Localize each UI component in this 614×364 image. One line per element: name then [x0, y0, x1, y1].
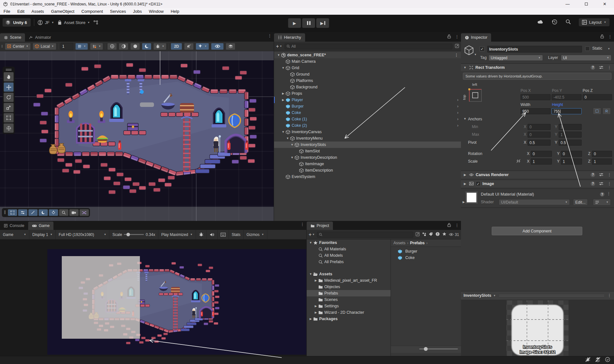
- prefab-chevron[interactable]: ›: [457, 117, 458, 121]
- help-icon[interactable]: ?: [591, 173, 595, 177]
- mute-audio-button[interactable]: [207, 230, 218, 239]
- vsync-button[interactable]: [218, 230, 229, 239]
- rect-tool[interactable]: [4, 113, 14, 123]
- inspector-menu-kebab[interactable]: ⋮: [608, 35, 612, 38]
- material-preview-swatch[interactable]: [465, 191, 478, 204]
- step-button[interactable]: ▶: [316, 18, 329, 28]
- account-dropdown[interactable]: JF▼: [37, 20, 54, 25]
- search-picker-icon[interactable]: [455, 44, 459, 49]
- menu-assets[interactable]: Assets: [28, 8, 47, 15]
- foldout-icon[interactable]: ▶: [314, 304, 318, 308]
- hierarchy-row-platforms[interactable]: Platforms: [274, 77, 461, 84]
- hierarchy-row-main-camera[interactable]: Main Camera: [274, 58, 461, 65]
- project-search-input[interactable]: [317, 232, 413, 238]
- hierarchy-row-coke-1-[interactable]: Coke (1)›: [274, 116, 461, 122]
- hierarchy-row-coke-2-[interactable]: Coke (2)›: [274, 122, 461, 129]
- preview-header[interactable]: InventorySlots▼ ⋮: [461, 291, 614, 300]
- debug-mode-button[interactable]: [196, 230, 207, 239]
- project-row-settings[interactable]: ▶Settings: [307, 303, 391, 309]
- hierarchy-row-props[interactable]: ▶Props: [274, 90, 461, 97]
- layer-dropdown[interactable]: UI▼: [561, 55, 611, 61]
- hierarchy-row-ground[interactable]: Ground: [274, 71, 461, 77]
- foldout-icon[interactable]: ▼: [309, 272, 313, 276]
- project-row-objectes[interactable]: Objectes: [307, 284, 391, 290]
- hierarchy-row-burger[interactable]: Burger›: [274, 103, 461, 109]
- tab-game[interactable]: Game: [28, 222, 53, 230]
- hierarchy-row-demo-scene-free-[interactable]: ▼demo_scene_FREE*⋮: [274, 52, 461, 58]
- grid-visibility-toggle[interactable]: ▼: [90, 43, 103, 50]
- add-component-button[interactable]: Add Component: [492, 227, 582, 235]
- prefab-chevron[interactable]: ›: [457, 98, 458, 102]
- foldout-icon[interactable]: ▶: [281, 98, 285, 101]
- lock-icon[interactable]: [447, 34, 451, 39]
- rotation-y-field[interactable]: 0: [561, 151, 582, 157]
- shading-shaded-toggle[interactable]: [130, 43, 140, 50]
- undo-history-button[interactable]: [552, 19, 558, 26]
- overlay-random[interactable]: [79, 209, 89, 216]
- scene-row-kebab[interactable]: ⋮: [455, 53, 458, 57]
- play-focused-dropdown[interactable]: Play Maximized▼: [158, 230, 196, 239]
- overlay-view-options[interactable]: [18, 209, 28, 216]
- foldout-icon[interactable]: ▶: [314, 311, 318, 314]
- rotation-z-field[interactable]: 0: [592, 151, 612, 157]
- tag-dropdown[interactable]: Untagged▼: [489, 55, 543, 61]
- anchor-max-y-field[interactable]: 1: [559, 132, 582, 138]
- pos-x-field[interactable]: 500: [521, 94, 551, 100]
- shader-edit-button[interactable]: Edit...: [573, 199, 588, 206]
- help-icon[interactable]: ?: [591, 65, 595, 70]
- prefab-chevron[interactable]: ›: [457, 104, 458, 109]
- project-row-packages[interactable]: ▶Packages: [307, 316, 391, 322]
- hierarchy-menu-kebab[interactable]: ⋮: [455, 35, 459, 38]
- effects-toggle[interactable]: ▼: [196, 43, 209, 50]
- hierarchy-row-itemimage[interactable]: ItemImage: [274, 161, 461, 167]
- menu-gameobject[interactable]: GameObject: [47, 8, 78, 15]
- close-button[interactable]: ✕: [595, 0, 614, 8]
- resolution-dropdown[interactable]: Full HD (1920x1080)▼: [56, 230, 109, 239]
- image-component-header[interactable]: ▶ ✓ Image ?⋮: [461, 180, 614, 187]
- create-asset-button[interactable]: +▼: [309, 232, 315, 238]
- foldout-icon[interactable]: ▼: [277, 53, 281, 57]
- overlay-rect-tools[interactable]: [8, 209, 17, 216]
- preview-drag-handle[interactable]: [499, 295, 604, 296]
- scene-lighting-toggle[interactable]: [142, 43, 151, 50]
- material-kebab[interactable]: ⋮: [607, 192, 611, 195]
- hierarchy-row-itemdescription[interactable]: ItemDescription: [274, 167, 461, 174]
- scene-visibility-toggle[interactable]: [211, 43, 224, 50]
- prefab-chevron[interactable]: ›: [457, 123, 458, 128]
- breadcrumb-root[interactable]: Assets: [393, 241, 406, 245]
- rect-transform-header[interactable]: ▼ Rect Transform ? ⋮: [461, 63, 614, 71]
- grid-snap-toggle[interactable]: ▼: [75, 43, 88, 50]
- unity-hub-button[interactable]: Unity 6: [3, 18, 31, 27]
- preview-title-dropdown[interactable]: InventorySlots▼: [464, 293, 496, 298]
- hierarchy-row-eventsystem[interactable]: EventSystem: [274, 174, 461, 180]
- menu-file[interactable]: File: [0, 8, 14, 15]
- overlay-search[interactable]: [59, 209, 69, 216]
- transform-tool[interactable]: [4, 123, 14, 133]
- cloud-button[interactable]: [537, 19, 544, 25]
- gizmos-dropdown[interactable]: Gizmos▼: [244, 230, 267, 239]
- foldout-icon[interactable]: ▶: [309, 317, 313, 320]
- project-row-assets[interactable]: ▼Assets: [307, 271, 391, 277]
- project-row-all-prefabs[interactable]: All Prefabs: [307, 259, 391, 265]
- menu-edit[interactable]: Edit: [14, 8, 28, 15]
- tab-inspector[interactable]: i Inspector: [461, 33, 491, 42]
- pivot-y-field[interactable]: 0.5: [559, 140, 582, 146]
- audio-mute-toggle[interactable]: [184, 43, 194, 50]
- lock-icon[interactable]: [600, 34, 604, 39]
- hierarchy-row-itemslot[interactable]: ItemSlot: [274, 148, 461, 154]
- project-row-favorites[interactable]: ▼Favorites: [307, 239, 391, 246]
- 2d-mode-toggle[interactable]: 2D: [171, 43, 182, 50]
- debugger-disabled-icon[interactable]: [585, 357, 591, 363]
- pos-z-field[interactable]: 0: [583, 94, 612, 100]
- menu-component[interactable]: Component: [78, 8, 106, 15]
- project-row-medieval-pixel-art-asset-fr[interactable]: ▶Medieval_pixel_art_asset_FR: [307, 277, 391, 284]
- create-add-button[interactable]: +▼: [276, 44, 282, 49]
- project-row-prefabs[interactable]: Prefabs: [307, 290, 391, 296]
- menu-window[interactable]: Window: [145, 8, 167, 15]
- hand-tool[interactable]: [4, 72, 14, 82]
- component-kebab[interactable]: ⋮: [607, 66, 611, 69]
- search-picker-icon[interactable]: [416, 232, 420, 237]
- scene-menu-kebab[interactable]: ⋮: [268, 34, 272, 37]
- hierarchy-row-inventorymenu[interactable]: ▼InventoryMenu: [274, 135, 461, 142]
- menu-services[interactable]: Services: [107, 8, 130, 15]
